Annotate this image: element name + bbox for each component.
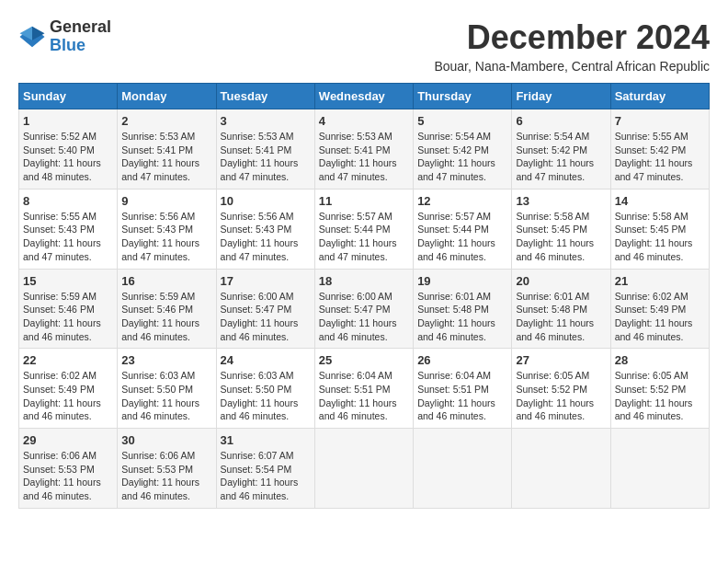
empty-day-cell	[314, 429, 413, 509]
calendar-day-10: 10Sunrise: 5:56 AMSunset: 5:43 PMDayligh…	[216, 189, 314, 269]
day-info: Sunrise: 5:56 AMSunset: 5:43 PMDaylight:…	[221, 210, 311, 264]
calendar-day-18: 18Sunrise: 6:00 AMSunset: 5:47 PMDayligh…	[314, 269, 413, 349]
header-day-tuesday: Tuesday	[216, 84, 314, 109]
header-day-sunday: Sunday	[19, 84, 118, 109]
calendar-day-13: 13Sunrise: 5:58 AMSunset: 5:45 PMDayligh…	[512, 189, 610, 269]
calendar-day-16: 16Sunrise: 5:59 AMSunset: 5:46 PMDayligh…	[118, 269, 216, 349]
empty-day-cell	[512, 429, 610, 509]
logo-general: General	[50, 17, 111, 36]
day-info: Sunrise: 5:56 AMSunset: 5:43 PMDaylight:…	[121, 210, 211, 264]
day-number: 26	[417, 353, 507, 367]
header-day-thursday: Thursday	[414, 84, 512, 109]
header-day-friday: Friday	[512, 84, 610, 109]
calendar-table: SundayMondayTuesdayWednesdayThursdayFrid…	[18, 83, 710, 509]
calendar-day-12: 12Sunrise: 5:57 AMSunset: 5:44 PMDayligh…	[414, 189, 512, 269]
day-number: 17	[221, 274, 311, 288]
day-info: Sunrise: 5:53 AMSunset: 5:41 PMDaylight:…	[221, 130, 311, 184]
day-info: Sunrise: 6:03 AMSunset: 5:50 PMDaylight:…	[121, 369, 211, 423]
day-info: Sunrise: 5:58 AMSunset: 5:45 PMDaylight:…	[516, 210, 606, 264]
calendar-day-23: 23Sunrise: 6:03 AMSunset: 5:50 PMDayligh…	[118, 349, 216, 429]
calendar-day-14: 14Sunrise: 5:58 AMSunset: 5:45 PMDayligh…	[610, 189, 709, 269]
day-info: Sunrise: 5:53 AMSunset: 5:41 PMDaylight:…	[319, 130, 409, 184]
calendar-day-26: 26Sunrise: 6:04 AMSunset: 5:51 PMDayligh…	[414, 349, 512, 429]
day-number: 12	[417, 194, 507, 208]
day-info: Sunrise: 5:59 AMSunset: 5:46 PMDaylight:…	[121, 290, 211, 344]
calendar-week-row: 29Sunrise: 6:06 AMSunset: 5:53 PMDayligh…	[19, 429, 710, 509]
calendar-day-9: 9Sunrise: 5:56 AMSunset: 5:43 PMDaylight…	[118, 189, 216, 269]
day-number: 15	[23, 274, 113, 288]
day-info: Sunrise: 5:53 AMSunset: 5:41 PMDaylight:…	[121, 130, 211, 184]
header-row: SundayMondayTuesdayWednesdayThursdayFrid…	[19, 84, 710, 109]
calendar-week-row: 1Sunrise: 5:52 AMSunset: 5:40 PMDaylight…	[19, 109, 710, 190]
day-info: Sunrise: 5:54 AMSunset: 5:42 PMDaylight:…	[417, 130, 507, 184]
calendar-day-28: 28Sunrise: 6:05 AMSunset: 5:52 PMDayligh…	[610, 349, 709, 429]
calendar-day-20: 20Sunrise: 6:01 AMSunset: 5:48 PMDayligh…	[512, 269, 610, 349]
day-info: Sunrise: 5:55 AMSunset: 5:42 PMDaylight:…	[615, 130, 705, 184]
calendar-day-2: 2Sunrise: 5:53 AMSunset: 5:41 PMDaylight…	[118, 109, 216, 190]
day-info: Sunrise: 6:04 AMSunset: 5:51 PMDaylight:…	[319, 369, 409, 423]
calendar-day-27: 27Sunrise: 6:05 AMSunset: 5:52 PMDayligh…	[512, 349, 610, 429]
empty-day-cell	[414, 429, 512, 509]
day-info: Sunrise: 5:58 AMSunset: 5:45 PMDaylight:…	[615, 210, 705, 264]
logo-blue: Blue	[50, 36, 85, 54]
calendar-day-24: 24Sunrise: 6:03 AMSunset: 5:50 PMDayligh…	[216, 349, 314, 429]
calendar-day-19: 19Sunrise: 6:01 AMSunset: 5:48 PMDayligh…	[414, 269, 512, 349]
day-number: 2	[121, 114, 211, 128]
title-section: December 2024 Bouar, Nana-Mambere, Centr…	[434, 18, 710, 74]
header: General Blue December 2024 Bouar, Nana-M…	[18, 18, 710, 74]
day-number: 24	[221, 353, 311, 367]
day-info: Sunrise: 5:55 AMSunset: 5:43 PMDaylight:…	[23, 210, 113, 264]
header-day-monday: Monday	[118, 84, 216, 109]
calendar-week-row: 8Sunrise: 5:55 AMSunset: 5:43 PMDaylight…	[19, 189, 710, 269]
empty-day-cell	[610, 429, 709, 509]
day-number: 11	[319, 194, 409, 208]
day-number: 23	[121, 353, 211, 367]
calendar-day-31: 31Sunrise: 6:07 AMSunset: 5:54 PMDayligh…	[216, 429, 314, 509]
day-info: Sunrise: 6:06 AMSunset: 5:53 PMDaylight:…	[23, 449, 113, 503]
calendar-day-7: 7Sunrise: 5:55 AMSunset: 5:42 PMDaylight…	[610, 109, 709, 190]
calendar-subtitle: Bouar, Nana-Mambere, Central African Rep…	[434, 59, 710, 74]
calendar-day-1: 1Sunrise: 5:52 AMSunset: 5:40 PMDaylight…	[19, 109, 118, 190]
calendar-title: December 2024	[434, 18, 710, 57]
logo: General Blue	[18, 18, 111, 55]
day-info: Sunrise: 6:00 AMSunset: 5:47 PMDaylight:…	[319, 290, 409, 344]
calendar-body: 1Sunrise: 5:52 AMSunset: 5:40 PMDaylight…	[19, 109, 710, 509]
day-number: 25	[319, 353, 409, 367]
calendar-day-15: 15Sunrise: 5:59 AMSunset: 5:46 PMDayligh…	[19, 269, 118, 349]
calendar-day-3: 3Sunrise: 5:53 AMSunset: 5:41 PMDaylight…	[216, 109, 314, 190]
calendar-day-21: 21Sunrise: 6:02 AMSunset: 5:49 PMDayligh…	[610, 269, 709, 349]
header-day-wednesday: Wednesday	[314, 84, 413, 109]
day-number: 29	[23, 433, 113, 447]
day-number: 5	[417, 114, 507, 128]
calendar-week-row: 22Sunrise: 6:02 AMSunset: 5:49 PMDayligh…	[19, 349, 710, 429]
calendar-day-30: 30Sunrise: 6:06 AMSunset: 5:53 PMDayligh…	[118, 429, 216, 509]
day-number: 16	[121, 274, 211, 288]
day-info: Sunrise: 6:01 AMSunset: 5:48 PMDaylight:…	[417, 290, 507, 344]
day-number: 19	[417, 274, 507, 288]
day-number: 1	[23, 114, 113, 128]
day-number: 6	[516, 114, 606, 128]
day-info: Sunrise: 6:04 AMSunset: 5:51 PMDaylight:…	[417, 369, 507, 423]
day-info: Sunrise: 6:01 AMSunset: 5:48 PMDaylight:…	[516, 290, 606, 344]
day-info: Sunrise: 6:02 AMSunset: 5:49 PMDaylight:…	[615, 290, 705, 344]
day-info: Sunrise: 6:07 AMSunset: 5:54 PMDaylight:…	[221, 449, 311, 503]
day-number: 22	[23, 353, 113, 367]
day-number: 18	[319, 274, 409, 288]
calendar-day-5: 5Sunrise: 5:54 AMSunset: 5:42 PMDaylight…	[414, 109, 512, 190]
day-info: Sunrise: 6:05 AMSunset: 5:52 PMDaylight:…	[516, 369, 606, 423]
calendar-day-22: 22Sunrise: 6:02 AMSunset: 5:49 PMDayligh…	[19, 349, 118, 429]
day-number: 3	[221, 114, 311, 128]
day-number: 9	[121, 194, 211, 208]
day-info: Sunrise: 5:57 AMSunset: 5:44 PMDaylight:…	[417, 210, 507, 264]
day-number: 8	[23, 194, 113, 208]
day-info: Sunrise: 6:02 AMSunset: 5:49 PMDaylight:…	[23, 369, 113, 423]
day-info: Sunrise: 6:06 AMSunset: 5:53 PMDaylight:…	[121, 449, 211, 503]
day-number: 10	[221, 194, 311, 208]
header-day-saturday: Saturday	[610, 84, 709, 109]
logo-icon	[18, 23, 46, 51]
day-number: 30	[121, 433, 211, 447]
calendar-day-11: 11Sunrise: 5:57 AMSunset: 5:44 PMDayligh…	[314, 189, 413, 269]
day-number: 13	[516, 194, 606, 208]
day-number: 31	[221, 433, 311, 447]
calendar-day-8: 8Sunrise: 5:55 AMSunset: 5:43 PMDaylight…	[19, 189, 118, 269]
